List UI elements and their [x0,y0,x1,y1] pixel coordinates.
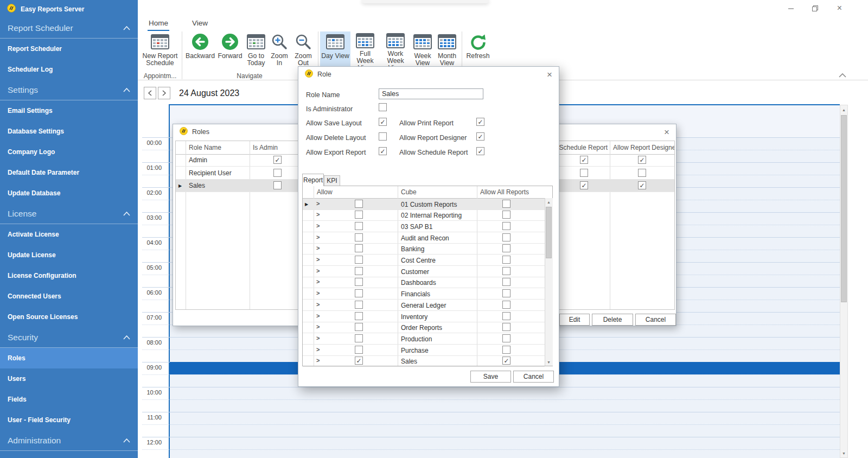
allow-schedule-report-checkbox[interactable] [476,147,484,155]
sidebar-item-fields[interactable]: Fields [0,389,138,410]
scroll-down-icon[interactable]: ▼ [840,449,847,457]
sidebar-item-license-configuration[interactable]: License Configuration [0,265,138,286]
calendar-next-button[interactable] [158,87,170,99]
cube-row-customer[interactable]: >Customer [303,266,545,277]
cube-row-order-reports[interactable]: >Order Reports [303,322,545,333]
allow-save-layout-checkbox[interactable] [379,118,387,126]
cube-row-production[interactable]: >Production [303,333,545,345]
sidebar-item-open-source-licenses[interactable]: Open Source Licenses [0,307,138,327]
allow-all-reports-checkbox[interactable] [502,301,510,309]
ribbon-button-new-report-schedule[interactable]: New Report Schedule [140,31,180,72]
column-header-allow[interactable]: Allow [314,186,398,198]
sidebar-item-connected-users[interactable]: Connected Users [0,286,138,307]
allow-checkbox[interactable] [355,244,363,252]
allow-checkbox[interactable] [355,256,363,264]
allow-schedule-report-checkbox[interactable] [580,156,588,164]
ribbon-button-day-view[interactable]: Day View [320,31,350,72]
allow-report-designer-checkbox[interactable] [638,181,646,189]
expand-icon[interactable]: > [316,346,320,353]
expand-icon[interactable]: > [316,278,320,285]
expand-icon[interactable]: > [316,222,320,229]
allow-all-reports-checkbox[interactable] [502,244,510,252]
allow-checkbox[interactable] [355,357,363,365]
allow-checkbox[interactable] [355,312,363,320]
cube-table-scrollbar[interactable]: ▲ ▼ [545,198,553,366]
allow-export-report-checkbox[interactable] [379,147,387,155]
sidebar-item-users[interactable]: Users [0,368,138,389]
allow-all-reports-checkbox[interactable] [502,334,510,342]
cancel-button[interactable]: Cancel [513,371,554,383]
close-icon[interactable]: × [664,128,669,137]
calendar-scrollbar[interactable]: ▲ ▼ [840,105,848,458]
expand-icon[interactable]: > [316,268,320,274]
allow-checkbox[interactable] [355,346,363,354]
sidebar-section-license[interactable]: License [0,203,138,224]
sidebar-item-roles[interactable]: Roles [0,348,138,368]
column-header-role-name[interactable]: Role Name [186,141,250,154]
sidebar-item-scheduler-log[interactable]: Scheduler Log [0,59,138,80]
allow-checkbox[interactable] [355,323,363,331]
allow-all-reports-checkbox[interactable] [502,278,510,286]
ribbon-button-month-view[interactable]: Month View [434,31,460,72]
expand-icon[interactable]: > [316,200,320,207]
allow-all-reports-checkbox[interactable] [502,233,510,241]
allow-all-reports-checkbox[interactable] [502,323,510,331]
sidebar-item-update-database[interactable]: Update Database [0,183,138,203]
cube-row-audit-and-recon[interactable]: >Audit and Recon [303,232,545,244]
allow-report-designer-checkbox[interactable] [638,169,646,177]
close-icon[interactable]: × [547,70,552,79]
role-dialog-titlebar[interactable]: Role × [298,67,559,82]
cancel-button[interactable]: Cancel [635,314,676,326]
cube-row-cost-centre[interactable]: >Cost Centre [303,255,545,266]
delete-button[interactable]: Delete [592,314,633,326]
scroll-up-icon[interactable]: ▲ [840,105,847,114]
allow-checkbox[interactable] [355,301,363,309]
allow-all-reports-checkbox[interactable] [502,200,510,208]
allow-checkbox[interactable] [355,233,363,241]
allow-delete-layout-checkbox[interactable] [379,132,387,141]
ribbon-button-refresh[interactable]: Refresh [464,31,492,72]
allow-all-reports-checkbox[interactable] [502,346,510,354]
sidebar-section-administration[interactable]: Administration [0,430,138,451]
save-button[interactable]: Save [470,371,511,383]
allow-schedule-report-checkbox[interactable] [580,169,588,177]
role-name-input[interactable] [379,88,483,99]
sidebar-section-security[interactable]: Security [0,327,138,348]
ribbon-button-zoom-out[interactable]: Zoom Out [290,31,316,72]
allow-checkbox[interactable] [355,200,363,208]
cube-row-02-internal-reporting[interactable]: >02 Internal Reporting [303,209,545,221]
sidebar-section-settings[interactable]: Settings [0,80,138,100]
allow-schedule-report-checkbox[interactable] [580,181,588,189]
allow-checkbox[interactable] [355,211,363,219]
cube-row-dashboards[interactable]: >Dashboards [303,277,545,288]
tab-home[interactable]: Home [146,16,170,31]
sidebar-item-database-settings[interactable]: Database Settings [0,121,138,142]
allow-all-reports-checkbox[interactable] [502,256,510,264]
ribbon-button-go-to-today[interactable]: Go to Today [244,31,269,72]
ribbon-button-zoom-in[interactable]: Zoom In [269,31,290,72]
ribbon-button-forward[interactable]: Forward [216,31,244,72]
cube-row-01-custom-reports[interactable]: ▶>01 Custom Reports [303,199,545,210]
cube-row-banking[interactable]: >Banking [303,243,545,255]
cube-row-sales[interactable]: >Sales [303,355,545,367]
tab-kpi[interactable]: KPI [324,175,340,186]
allow-checkbox[interactable] [355,334,363,342]
allow-all-reports-checkbox[interactable] [502,211,510,219]
calendar-prev-button[interactable] [144,87,156,99]
allow-all-reports-checkbox[interactable] [502,289,510,297]
expand-icon[interactable]: > [316,301,320,308]
column-header-allow-report-designer[interactable]: Allow Report Designer [610,141,674,154]
restore-button[interactable] [803,0,827,16]
cube-row-03-sap-b1[interactable]: >03 SAP B1 [303,221,545,232]
allow-print-report-checkbox[interactable] [476,118,484,126]
column-header-cube[interactable]: Cube [398,186,477,198]
sidebar-item-email-settings[interactable]: Email Settings [0,100,138,121]
sidebar-item-update-license[interactable]: Update License [0,245,138,265]
allow-all-reports-checkbox[interactable] [502,222,510,230]
expand-icon[interactable]: > [316,245,320,251]
expand-icon[interactable]: > [316,323,320,330]
is-admin-checkbox[interactable] [273,169,282,177]
column-header-allow-all-reports[interactable]: Allow All Reports [477,186,545,198]
cube-row-general-ledger[interactable]: >General Ledger [303,300,545,311]
cube-row-purchase[interactable]: >Purchase [303,345,545,356]
